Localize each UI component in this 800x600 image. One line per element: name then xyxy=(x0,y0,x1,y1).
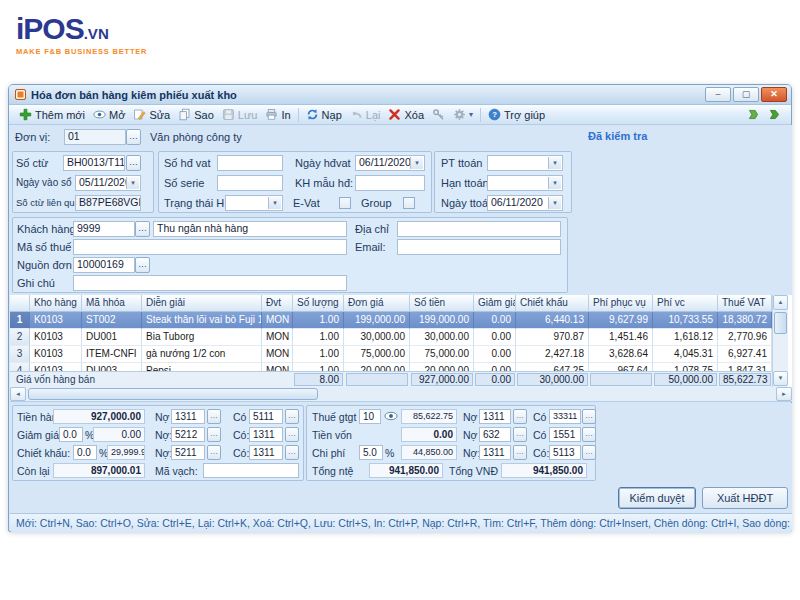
export-einvoice-button[interactable]: Xuất HĐĐT xyxy=(702,487,788,509)
title-bar[interactable]: Hóa đơn bán hàng kiêm phiếu xuất kho – ▢… xyxy=(9,85,791,105)
col-rebate[interactable]: Chiết khấu xyxy=(516,295,589,312)
scroll-up-button[interactable]: ▲ xyxy=(773,295,788,310)
doc-no-field[interactable]: BH0013/T11 xyxy=(63,155,125,171)
cost-credit-account[interactable]: 1551 xyxy=(549,427,581,442)
vertical-scroll-thumb[interactable] xyxy=(774,312,787,334)
goods-credit-lookup[interactable]: … xyxy=(285,409,299,424)
note-field[interactable] xyxy=(73,275,347,291)
col-description[interactable]: Diễn giải xyxy=(142,295,262,312)
approve-button[interactable]: Kiểm duyệt xyxy=(618,487,696,509)
invoice-template-field[interactable] xyxy=(355,175,425,191)
order-source-field[interactable]: 10000169 xyxy=(73,257,135,273)
col-item-code[interactable]: Mã hhóa xyxy=(82,295,142,312)
entry-date-dropdown[interactable]: ▾ xyxy=(126,177,139,189)
horizontal-scrollbar[interactable]: ◄ ► xyxy=(10,387,792,402)
tax-code-field[interactable] xyxy=(73,239,347,255)
open-button[interactable]: Mở xyxy=(89,106,129,124)
payment-method-dropdown[interactable]: ▾ xyxy=(487,155,563,171)
cost-debit-account[interactable]: 632 xyxy=(479,427,511,442)
payment-date-dropdown[interactable]: ▾ xyxy=(548,197,561,209)
scroll-right-button[interactable]: ► xyxy=(776,387,792,401)
scroll-left-button[interactable]: ◄ xyxy=(10,387,26,401)
scroll-down-button[interactable]: ▼ xyxy=(773,371,788,386)
customer-name-field[interactable]: Thu ngân nhà hàng xyxy=(153,221,347,237)
col-shipping-fee[interactable]: Phí vc xyxy=(653,295,718,312)
expense-debit-lookup[interactable]: … xyxy=(513,445,527,460)
nav-next-button[interactable] xyxy=(764,106,785,124)
unit-code-field[interactable]: 01 xyxy=(64,129,126,145)
reload-button[interactable]: Nạp xyxy=(302,106,346,124)
remaining-amount-value[interactable]: 897,000.01 xyxy=(53,463,145,478)
table-row[interactable]: 1 K0103 ST002 Steak thân lõi vai bò Fuji… xyxy=(10,312,772,329)
new-button[interactable]: Thêm mới xyxy=(15,106,89,124)
vat-date-field[interactable]: 06/11/2020▾ xyxy=(355,155,425,171)
nav-prev-button[interactable] xyxy=(743,106,764,124)
discount-debit-account[interactable]: 5212 xyxy=(171,427,205,442)
copy-button[interactable]: Sao xyxy=(174,106,218,124)
invoice-status-dropdown[interactable]: ▾ xyxy=(225,195,283,211)
related-doc-field[interactable]: B87PE68VGLE... xyxy=(75,195,141,211)
save-button[interactable]: Lưu xyxy=(218,106,262,124)
vat-eye-icon[interactable] xyxy=(384,409,398,423)
cost-credit-lookup[interactable]: … xyxy=(582,427,596,442)
unit-lookup-button[interactable]: … xyxy=(126,129,141,145)
doc-no-lookup-button[interactable]: … xyxy=(126,155,141,171)
col-unit-price[interactable]: Đơn giá xyxy=(344,295,410,312)
close-button[interactable]: ✕ xyxy=(761,87,787,102)
payment-term-dropdown[interactable]: ▾ xyxy=(487,175,563,191)
goods-debit-account[interactable]: 1311 xyxy=(171,409,205,424)
minimize-button[interactable]: – xyxy=(705,87,731,102)
help-button[interactable]: ?Trợ giúp xyxy=(484,106,549,124)
rebate-pct-field[interactable]: 0.0 xyxy=(73,445,97,460)
rebate-credit-lookup[interactable]: … xyxy=(285,445,299,460)
rebate-debit-lookup[interactable]: … xyxy=(207,445,221,460)
col-quantity[interactable]: Số lượng xyxy=(293,295,344,312)
customer-code-field[interactable]: 9999 xyxy=(73,221,135,237)
invoice-status-caret[interactable]: ▾ xyxy=(268,197,281,209)
maximize-button[interactable]: ▢ xyxy=(733,87,759,102)
vat-rate-field[interactable]: 10 xyxy=(359,409,381,424)
discount-pct-field[interactable]: 0.0 xyxy=(59,427,83,442)
order-source-lookup-button[interactable]: … xyxy=(135,257,150,273)
payment-term-caret[interactable]: ▾ xyxy=(548,177,561,189)
col-vat[interactable]: Thuế VAT xyxy=(718,295,772,312)
discount-credit-lookup[interactable]: … xyxy=(285,427,299,442)
payment-method-caret[interactable]: ▾ xyxy=(548,157,561,169)
total-vnd-value[interactable]: 941,850.00 xyxy=(501,463,587,478)
total-fc-value[interactable]: 941,850.00 xyxy=(369,463,443,478)
edit-button[interactable]: Sửa xyxy=(129,106,174,124)
settings-button[interactable]: ▾ xyxy=(449,106,477,124)
address-field[interactable] xyxy=(397,221,561,237)
cost-amount-value[interactable]: 0.00 xyxy=(401,427,457,442)
vertical-scrollbar[interactable]: ▲ ▼ xyxy=(772,295,788,387)
expense-credit-lookup[interactable]: … xyxy=(582,445,596,460)
table-row[interactable]: 3 K0103 ITEM-CNFI gà nướng 1/2 con MON 1… xyxy=(10,346,772,363)
col-uom[interactable]: Đvt xyxy=(262,295,293,312)
col-service-fee[interactable]: Phí phục vụ xyxy=(589,295,653,312)
horizontal-scroll-thumb[interactable] xyxy=(28,388,318,400)
vat-credit-account[interactable]: 33311 xyxy=(549,409,581,424)
group-checkbox[interactable] xyxy=(403,197,415,209)
vat-date-dropdown[interactable]: ▾ xyxy=(410,157,423,169)
barcode-field[interactable] xyxy=(203,463,299,478)
goods-debit-lookup[interactable]: … xyxy=(207,409,221,424)
goods-credit-account[interactable]: 5111 xyxy=(249,409,283,424)
delete-button[interactable]: Xóa xyxy=(384,106,428,124)
table-row[interactable]: 2 K0103 DU001 Bia Tuborg MON 1.00 30,000… xyxy=(10,329,772,346)
rebate-debit-account[interactable]: 5211 xyxy=(171,445,205,460)
rebate-credit-account[interactable]: 1311 xyxy=(249,445,283,460)
undo-button[interactable]: Lại xyxy=(346,106,385,124)
col-amount[interactable]: Số tiền xyxy=(410,295,474,312)
col-warehouse[interactable]: Kho hàng xyxy=(30,295,82,312)
entry-date-field[interactable]: 05/11/2020▾ xyxy=(75,175,141,191)
vat-debit-lookup[interactable]: … xyxy=(513,409,527,424)
evat-checkbox[interactable] xyxy=(339,197,351,209)
print-button[interactable]: In xyxy=(261,106,294,124)
rebate-amount-value[interactable]: 29,999.99 xyxy=(107,445,145,460)
payment-date-field[interactable]: 06/11/2020▾ xyxy=(487,195,563,211)
key-button[interactable] xyxy=(428,106,449,124)
discount-debit-lookup[interactable]: … xyxy=(207,427,221,442)
expense-pct-field[interactable]: 5.0 xyxy=(359,445,383,460)
vat-debit-account[interactable]: 1311 xyxy=(479,409,511,424)
customer-lookup-button[interactable]: … xyxy=(135,221,150,237)
